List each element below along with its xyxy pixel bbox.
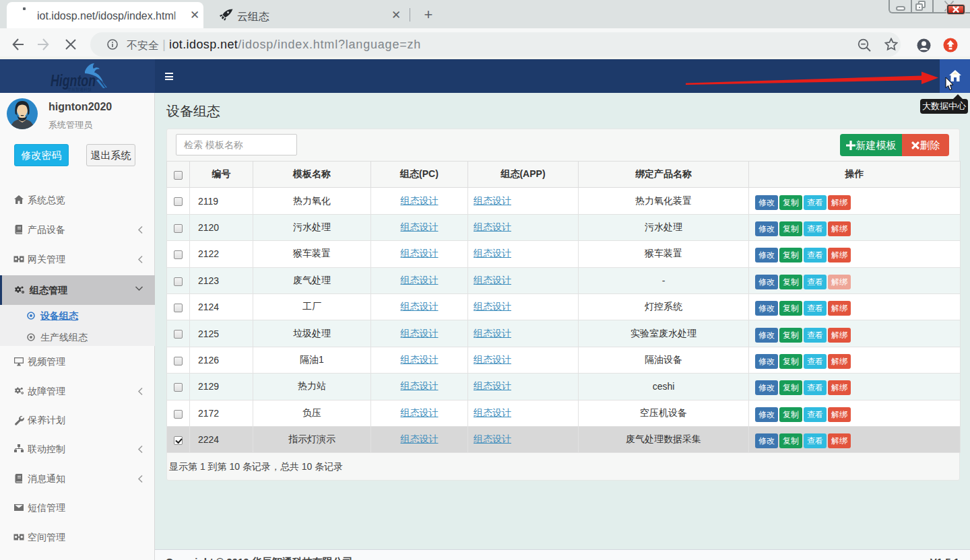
svg-text:华辰智通科技: 华辰智通科技 — [67, 87, 92, 92]
